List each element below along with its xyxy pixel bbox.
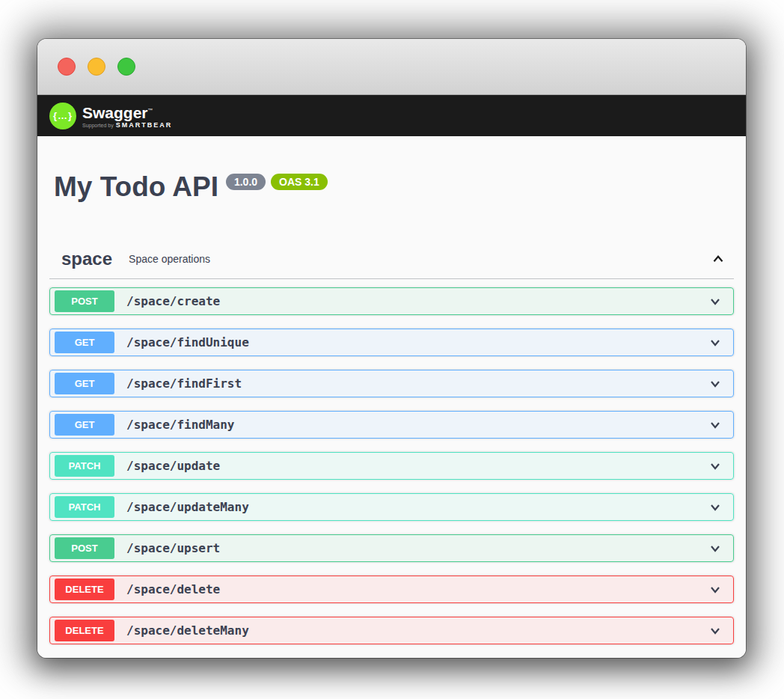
swagger-wordmark-label: Swagger [82, 104, 148, 121]
supported-by-label: Supported by [82, 123, 114, 128]
method-badge: DELETE [55, 620, 114, 641]
close-button[interactable] [58, 58, 76, 76]
swagger-topbar: {…} Swagger™ Supported bySMARTBEAR [37, 95, 746, 136]
chevron-down-icon[interactable] [708, 500, 723, 515]
app-window: {…} Swagger™ Supported bySMARTBEAR My To… [37, 39, 746, 658]
operation-path: /space/findFirst [126, 376, 242, 391]
method-badge: POST [55, 537, 114, 559]
oas-badge: OAS 3.1 [271, 174, 328, 190]
method-badge: DELETE [55, 579, 114, 600]
operation-path: /space/update [126, 459, 220, 473]
operation-path: /space/updateMany [126, 500, 249, 514]
method-badge: PATCH [55, 455, 114, 477]
chevron-down-icon[interactable] [708, 418, 723, 433]
page-title: My Todo API [54, 172, 218, 202]
operation-row-space-update[interactable]: PATCH /space/update [49, 452, 734, 480]
method-badge: PATCH [55, 496, 114, 518]
operation-row-space-findunique[interactable]: GET /space/findUnique [49, 329, 734, 356]
chevron-down-icon[interactable] [708, 541, 723, 556]
operations-list: POST /space/create GET /space/findUnique [49, 287, 734, 644]
chevron-down-icon[interactable] [708, 335, 723, 350]
method-badge: GET [55, 332, 114, 353]
operation-path: /space/findMany [126, 418, 235, 432]
chevron-down-icon[interactable] [708, 294, 723, 309]
method-badge: POST [55, 290, 114, 312]
method-badge: GET [55, 414, 114, 436]
tag-name: space [61, 248, 112, 269]
operation-row-space-findmany[interactable]: GET /space/findMany [49, 411, 734, 439]
chevron-down-icon[interactable] [708, 376, 723, 391]
chevron-down-icon[interactable] [708, 459, 723, 474]
chevron-up-icon[interactable] [710, 251, 726, 267]
main-content: My Todo API 1.0.0 OAS 3.1 space Space op… [37, 136, 746, 658]
method-badge: GET [55, 373, 114, 394]
swagger-wordmark: Swagger™ [82, 103, 172, 121]
tag-description: Space operations [129, 253, 210, 265]
operation-row-space-findfirst[interactable]: GET /space/findFirst [49, 370, 734, 397]
api-info-header: My Todo API 1.0.0 OAS 3.1 [49, 172, 734, 202]
operation-row-space-deletemany[interactable]: DELETE /space/deleteMany [49, 617, 734, 644]
chevron-down-icon[interactable] [708, 623, 723, 638]
trademark-symbol: ™ [148, 108, 153, 113]
operation-path: /space/upsert [126, 541, 220, 555]
desktop-background: {…} Swagger™ Supported bySMARTBEAR My To… [0, 0, 784, 699]
tag-section-header[interactable]: space Space operations [49, 248, 734, 279]
operation-row-space-upsert[interactable]: POST /space/upsert [49, 534, 734, 562]
chevron-down-icon[interactable] [708, 582, 723, 597]
operation-row-space-updatemany[interactable]: PATCH /space/updateMany [49, 493, 734, 521]
operation-row-space-create[interactable]: POST /space/create [49, 287, 734, 315]
window-titlebar [37, 39, 746, 95]
minimize-button[interactable] [88, 58, 105, 76]
operation-path: /space/create [126, 294, 220, 308]
operation-path: /space/findUnique [126, 335, 249, 350]
api-badges: 1.0.0 OAS 3.1 [226, 174, 333, 190]
zoom-button[interactable] [117, 58, 135, 76]
smartbear-label: SMARTBEAR [116, 121, 173, 129]
supported-by-line: Supported bySMARTBEAR [82, 121, 172, 129]
operation-path: /space/delete [126, 582, 220, 596]
operation-path: /space/deleteMany [126, 623, 249, 638]
version-badge: 1.0.0 [226, 174, 266, 190]
swagger-logo-icon: {…} [49, 103, 76, 129]
swagger-logo-text: Swagger™ Supported bySMARTBEAR [82, 103, 172, 129]
operation-row-space-delete[interactable]: DELETE /space/delete [49, 576, 734, 603]
